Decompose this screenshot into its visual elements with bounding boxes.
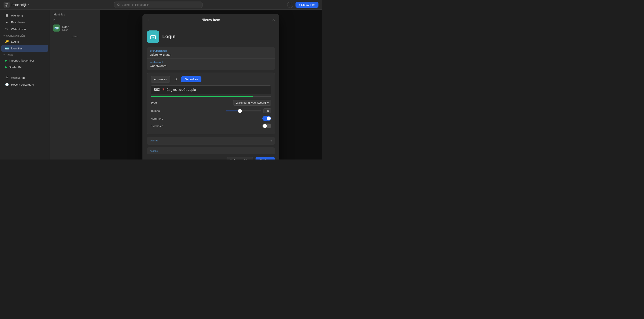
tags-header[interactable]: ▾ TAGS [0, 52, 50, 57]
search-bar[interactable] [114, 1, 202, 8]
sidebar-item-tag-starter[interactable]: Starter Kit [1, 64, 48, 70]
topbar: Persoonlijk ▾ ? + Nieuw item [0, 0, 322, 10]
pwd-numbers-toggle[interactable] [262, 116, 271, 121]
pwd-symbols-label: Symbolen [150, 124, 164, 128]
sidebar-item-all-items[interactable]: ☰ Alle items [1, 12, 48, 19]
topbar-actions: ? + Nieuw item [287, 2, 318, 8]
sidebar-item-label-all: Alle items [11, 14, 24, 17]
password-label: wachtwoord [150, 61, 272, 63]
vault-selector-button[interactable]: ⚙ Persoonlijk ▾ [226, 157, 253, 159]
help-button[interactable]: ? [287, 2, 293, 8]
password-value: wachtwoord [150, 64, 272, 68]
svg-point-0 [5, 3, 8, 6]
username-field[interactable]: gebruikersnaam gebruikersnaam [147, 47, 275, 59]
new-item-modal: ← Nieuw item ✕ [142, 14, 280, 159]
login-icon [150, 33, 156, 40]
tag-dot-imported [5, 60, 7, 61]
search-area [114, 1, 202, 8]
notes-field[interactable]: notities [147, 147, 275, 154]
username-value: gebruikersnaam [150, 53, 272, 56]
item-type-icon[interactable] [147, 30, 159, 43]
pwd-strength-fill [150, 96, 253, 97]
categories-label: CATEGORIEËN [6, 34, 25, 37]
pwd-highlight: 7 [162, 88, 164, 92]
new-item-button[interactable]: + Nieuw item [296, 2, 318, 8]
sidebar-item-logins[interactable]: 🔑 Logins [1, 38, 48, 45]
sidebar-item-label-identities: Identities [11, 47, 22, 50]
svg-line-3 [119, 5, 120, 6]
sidebar-item-favorites[interactable]: ★ Favorieten [1, 19, 48, 25]
pwd-gen-header: Annuleren ↺ Gebruiken [150, 76, 271, 83]
sidebar-item-watchtower[interactable]: 🛡 Watchtower [1, 26, 48, 32]
sidebar-item-tag-imported[interactable]: Imported November [1, 57, 48, 64]
pwd-refresh-button[interactable]: ↺ [172, 76, 179, 83]
all-items-icon: ☰ [5, 14, 9, 17]
list-item-icon-daan: 🪪 [53, 24, 60, 31]
pwd-tokens-slider[interactable] [226, 110, 261, 111]
main-layout: ☰ Alle items ★ Favorieten 🛡 Watchtower ▾… [0, 10, 322, 159]
website-field-content: website [150, 139, 270, 142]
vault-chevron-icon: ▾ [28, 3, 29, 6]
list-section-d: D [50, 18, 100, 23]
tags-label: TAGS [6, 54, 13, 56]
toggle-knob-symbols [263, 124, 267, 128]
pwd-tokens-value: 20 [263, 108, 271, 113]
sidebar-item-label-logins: Logins [11, 40, 20, 43]
pwd-symbols-row: Symbolen [150, 124, 271, 128]
pwd-tokens-label: Tekens [150, 109, 160, 112]
pwd-symbols-toggle[interactable] [262, 124, 271, 128]
pwd-numbers-label: Nummers [150, 117, 163, 120]
modal-overlay: ← Nieuw item ✕ [100, 10, 322, 159]
middle-panel-header: Identities [50, 10, 100, 18]
modal-footer: ⚙ Persoonlijk ▾ Opslaan [142, 154, 280, 159]
pwd-use-button[interactable]: Gebruiken [181, 76, 202, 82]
pwd-type-value: Willekeurig wachtwoord [236, 101, 266, 104]
sidebar-item-label-imported: Imported November [9, 59, 34, 62]
credentials-field-group: gebruikersnaam gebruikersnaam wachtwoord… [147, 47, 275, 70]
search-icon [117, 3, 120, 6]
modal-close-button[interactable]: ✕ [268, 18, 275, 22]
pwd-numbers-row: Nummers [150, 116, 271, 121]
sidebar-item-identities[interactable]: 🪪 Identities [1, 45, 48, 52]
save-button[interactable]: Opslaan [256, 157, 275, 159]
notes-label: notities [150, 150, 272, 152]
search-input[interactable] [122, 3, 200, 6]
vault-icon [4, 2, 10, 8]
sidebar-item-label-favorites: Favorieten [11, 21, 24, 24]
tag-dot-starter [5, 66, 7, 68]
recently-deleted-icon: 🕐 [5, 83, 9, 86]
pwd-tokens-slider-container: 20 [226, 108, 271, 113]
vault-selector-icon: ⚙ [230, 159, 232, 159]
website-field[interactable]: website ▾ [147, 137, 275, 145]
pwd-type-label: Type [150, 101, 157, 104]
username-label: gebruikersnaam [150, 49, 272, 52]
categories-chevron-icon: ▾ [4, 35, 5, 37]
pwd-cancel-button[interactable]: Annuleren [150, 76, 170, 82]
list-item-text-daan: Daan Daan [62, 25, 96, 31]
list-item-daan[interactable]: 🪪 Daan Daan [50, 23, 100, 33]
pwd-tokens-row: Tekens 20 [150, 108, 271, 113]
tags-chevron-icon: ▾ [4, 54, 5, 56]
sidebar-item-label-starter: Starter Kit [9, 65, 22, 69]
website-chevron-icon: ▾ [270, 139, 272, 142]
pwd-type-select[interactable]: Willekeurig wachtwoord ▾ [233, 100, 271, 106]
pwd-strength-bar [150, 96, 271, 97]
item-count: 1 Item [50, 33, 100, 39]
website-label: website [150, 139, 270, 142]
toggle-knob-numbers [267, 116, 271, 120]
categories-header[interactable]: ▾ CATEGORIEËN [0, 33, 50, 38]
sidebar-item-archive[interactable]: 🗄 Archiveren [1, 74, 48, 81]
middle-panel: Identities D 🪪 Daan Daan 1 Item [50, 10, 100, 159]
item-name-input[interactable]: Login [162, 34, 275, 39]
vault-selector-chevron-icon: ▾ [249, 159, 250, 159]
sidebar-item-recently-deleted[interactable]: 🕐 Recent verwijderd [1, 81, 48, 88]
password-generator-popup: Annuleren ↺ Gebruiken BQXr7nGsjnctuqGLcq… [147, 73, 275, 134]
sidebar: ☰ Alle items ★ Favorieten 🛡 Watchtower ▾… [0, 10, 50, 159]
favorites-icon: ★ [5, 20, 9, 24]
watchtower-icon: 🛡 [5, 27, 9, 31]
vault-selector[interactable]: Persoonlijk ▾ [4, 2, 29, 8]
item-type-row: Login [147, 30, 275, 43]
password-field[interactable]: wachtwoord wachtwoord [147, 59, 275, 70]
modal-back-button[interactable]: ← [147, 18, 154, 22]
list-item-sub-daan: Daan [62, 28, 96, 31]
